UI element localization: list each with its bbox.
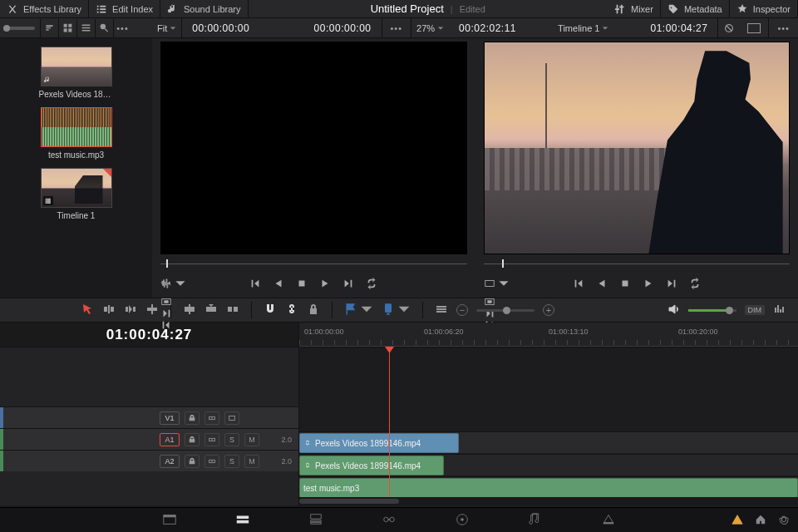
scrub-handle[interactable]	[502, 259, 504, 268]
zoom-slider[interactable]	[476, 309, 534, 312]
jog-mode-button[interactable]	[160, 278, 186, 289]
media-item[interactable]: ▦ Timeline 1	[39, 168, 114, 220]
last-frame-button[interactable]	[666, 278, 677, 289]
track-name-v1[interactable]: V1	[160, 411, 180, 425]
edit-index-button[interactable]: Edit Index	[89, 0, 160, 18]
media-item[interactable]: Pexels Videos 18991...	[39, 47, 114, 99]
sort-button[interactable]	[40, 19, 58, 37]
safe-area-button[interactable]	[740, 18, 768, 37]
audio-track-lane[interactable]: test music.mp3	[299, 476, 798, 498]
track-name-a2[interactable]: A2	[160, 455, 180, 468]
dynamic-trim-tool[interactable]	[124, 303, 137, 318]
timeline-select-dropdown[interactable]: Timeline 1	[553, 18, 613, 37]
sound-library-button[interactable]: Sound Library	[160, 0, 249, 18]
chevron-down-icon	[175, 278, 186, 289]
selection-tool[interactable]	[81, 303, 94, 318]
last-frame-button[interactable]	[342, 278, 354, 289]
page-media[interactable]	[162, 512, 177, 529]
first-frame-button[interactable]	[249, 278, 261, 289]
inspector-button[interactable]: Inspector	[730, 0, 798, 18]
stop-button[interactable]	[296, 278, 308, 289]
mark-in-icon	[160, 308, 172, 319]
audio-clip[interactable]: Pexels Videos 1899146.mp4	[299, 456, 444, 475]
timeline-h-scrollbar[interactable]	[299, 497, 798, 505]
stop-button[interactable]	[619, 278, 631, 289]
skip-start-icon	[573, 278, 584, 289]
track-lock-a2[interactable]	[185, 455, 200, 468]
play-button[interactable]	[643, 278, 654, 289]
options-button[interactable]: •••	[113, 19, 131, 37]
sliders-icon	[614, 3, 626, 15]
video-track-lane[interactable]: Pexels Videos 1899146.mp4	[299, 431, 798, 453]
blade-tool[interactable]	[145, 303, 159, 318]
home-button[interactable]	[755, 514, 766, 527]
audio-track-lane[interactable]: Pexels Videos 1899146.mp4	[299, 454, 798, 475]
play-button[interactable]	[319, 278, 331, 289]
track-mute-a1[interactable]: M	[244, 433, 259, 446]
track-disable-v1[interactable]	[224, 411, 239, 425]
metadata-button[interactable]: Metadata	[661, 0, 730, 18]
loop-mode-button[interactable]	[484, 278, 510, 289]
page-cut[interactable]	[235, 512, 250, 533]
media-item[interactable]: test music.mp3	[39, 107, 114, 160]
page-fairlight[interactable]	[528, 512, 543, 529]
play-reverse-icon	[273, 278, 284, 289]
grid-view-button[interactable]	[58, 19, 76, 37]
timeline-scrub[interactable]	[484, 256, 791, 271]
trim-tool[interactable]	[102, 303, 116, 318]
in-button[interactable]	[160, 308, 467, 319]
effects-library-button[interactable]: Effects Library	[0, 0, 89, 18]
source-tc-left: 00:00:00:00	[187, 22, 254, 34]
loop-button[interactable]	[366, 278, 377, 289]
page-fusion[interactable]	[382, 512, 397, 529]
track-solo-a2[interactable]: S	[224, 455, 239, 468]
track-name-a1[interactable]: A1	[160, 433, 180, 446]
video-clip[interactable]: Pexels Videos 1899146.mp4	[299, 433, 459, 453]
svg-rect-18	[237, 520, 249, 523]
audio-badge-icon	[44, 76, 51, 83]
svg-rect-16	[164, 515, 175, 517]
mixer-button[interactable]: Mixer	[608, 0, 661, 18]
source-fit-dropdown[interactable]: Fit	[152, 18, 182, 37]
track-lock-a1[interactable]	[185, 433, 200, 446]
timeline-tracks[interactable]: 01:00:00:00 01:00:06:20 01:00:13:10 01:0…	[299, 323, 798, 505]
first-frame-button[interactable]	[573, 278, 584, 289]
timeline-options[interactable]: •••	[768, 18, 798, 37]
chevron-down-icon	[498, 278, 510, 289]
bypass-button[interactable]	[717, 18, 740, 37]
audio-clip[interactable]: test music.mp3	[299, 478, 798, 498]
scrub-handle[interactable]	[166, 259, 168, 268]
source-scrub[interactable]	[160, 256, 467, 271]
list-view-button[interactable]	[76, 19, 95, 37]
svg-rect-2	[164, 300, 168, 303]
media-page-icon	[162, 512, 177, 527]
track-auto-select-v1[interactable]	[204, 411, 219, 425]
search-button[interactable]	[95, 19, 113, 37]
loop-button[interactable]	[689, 278, 701, 289]
track-lock-v1[interactable]	[185, 411, 200, 425]
source-screen[interactable]	[160, 42, 467, 254]
timeline-zoom-dropdown[interactable]: 27%	[411, 18, 449, 37]
target-icon	[208, 436, 216, 444]
play-reverse-button[interactable]	[596, 278, 608, 289]
page-color[interactable]	[455, 512, 470, 529]
track-auto-select-a1[interactable]	[204, 433, 219, 446]
track-mute-a2[interactable]: M	[244, 455, 259, 468]
media-label: test music.mp3	[39, 150, 114, 160]
timeline-ruler[interactable]: 01:00:00:00 01:00:06:20 01:00:13:10 01:0…	[299, 323, 798, 347]
track-auto-select-a2[interactable]	[204, 455, 219, 468]
timeline-screen[interactable]	[484, 42, 791, 254]
warnings-button[interactable]	[732, 514, 743, 527]
match-frame-button[interactable]	[160, 296, 467, 308]
playhead[interactable]	[389, 347, 390, 505]
settings-button[interactable]	[778, 514, 790, 527]
volume-slider[interactable]	[688, 309, 736, 312]
source-options[interactable]: •••	[382, 18, 411, 37]
track-solo-a1[interactable]: S	[224, 433, 239, 446]
page-edit[interactable]	[308, 512, 323, 529]
stop-icon	[296, 278, 308, 289]
page-deliver[interactable]	[601, 512, 616, 529]
play-reverse-button[interactable]	[273, 278, 284, 289]
match-frame-button[interactable]	[484, 296, 791, 308]
thumb-size-slider[interactable]	[5, 27, 35, 30]
